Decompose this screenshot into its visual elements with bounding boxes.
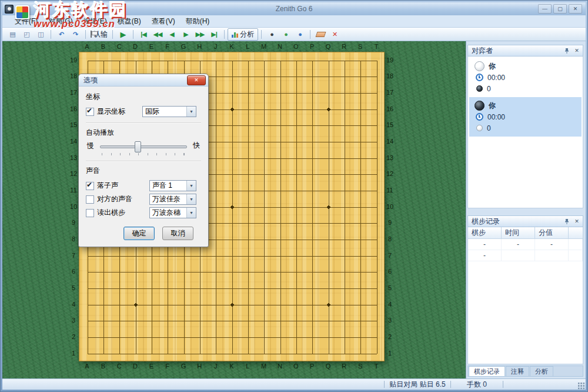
player-name: 你 <box>489 61 496 71</box>
undo-button[interactable]: ↶ <box>54 29 68 40</box>
row-label-1: 1 <box>68 350 79 357</box>
row-label-3: 3 <box>385 317 395 324</box>
rewind-icon: ◀◀ <box>153 31 162 38</box>
column-label-P: P <box>306 43 318 50</box>
table-cell-filler <box>569 250 583 261</box>
show-coordinates-checkbox[interactable] <box>86 108 94 116</box>
column-label-M: M <box>258 363 270 370</box>
main-area: ABCDEFGHJKLMNOPQRST ABCDEFGHJKLMNOPQRST … <box>2 41 586 378</box>
opponent-voice-select[interactable]: 万波佳奈▼ <box>149 194 196 205</box>
open-file-button[interactable]: ◰ <box>19 29 34 40</box>
delete-button[interactable]: ✕ <box>328 29 342 40</box>
tab-analysis[interactable]: 分析 <box>530 366 553 376</box>
moves-panel: 棋步记录 ✕ 棋步时间分值 ---- <box>467 215 583 364</box>
show-coordinates-label: 显示坐标 <box>97 107 125 117</box>
first-move-button[interactable]: |◀ <box>136 29 151 40</box>
black-stone-tool-button[interactable]: ● <box>265 29 279 40</box>
menu-item-game[interactable]: 对局(G) <box>43 15 78 28</box>
player-time: 00:00 <box>487 74 505 82</box>
table-cell <box>535 250 569 261</box>
column-header[interactable]: 棋步 <box>468 227 502 238</box>
dialog-title-bar[interactable]: 选项 ✕ <box>79 74 208 87</box>
row-label-14: 14 <box>68 138 79 145</box>
autoplay-speed-slider[interactable] <box>100 141 187 156</box>
stone-sound-select[interactable]: 声音 1▼ <box>149 180 196 191</box>
sidebar: 对弈者 ✕ 你00:000你00:000 棋步记录 ✕ <box>466 41 586 378</box>
last-move-button[interactable]: ▶| <box>207 29 221 40</box>
row-label-11: 11 <box>68 187 79 194</box>
panel-close-icon[interactable]: ✕ <box>573 218 580 225</box>
analyze-button[interactable]: 分析 <box>228 28 258 41</box>
menu-item-help[interactable]: 帮助(H) <box>181 15 215 28</box>
skip-to-end-icon: ▶| <box>211 31 217 38</box>
row-label-2: 2 <box>68 333 79 341</box>
new-board-button[interactable]: ▤ <box>5 29 19 40</box>
back-button[interactable]: ◀ <box>165 29 179 40</box>
table-row[interactable]: - <box>468 250 583 261</box>
black-stone-icon <box>475 101 485 111</box>
fast-back-button[interactable]: ◀◀ <box>151 29 165 40</box>
column-label-N: N <box>274 43 286 50</box>
coords-section-label: 坐标 <box>86 92 201 102</box>
minimize-button[interactable]: — <box>538 4 552 14</box>
folder-icon: ◰ <box>24 31 29 38</box>
menu-item-edit[interactable]: 编辑(E) <box>78 15 112 28</box>
green-circle-tool-button[interactable]: ● <box>279 29 293 40</box>
row-label-16: 16 <box>68 105 79 113</box>
read-moves-select[interactable]: 万波奈穗▼ <box>149 207 196 218</box>
clock-icon <box>476 74 483 81</box>
resign-button[interactable]: 认输 <box>89 29 109 40</box>
table-row[interactable]: --- <box>468 239 583 250</box>
pin-icon[interactable] <box>563 47 570 54</box>
row-label-1: 1 <box>385 350 395 357</box>
moves-panel-header: 棋步记录 ✕ <box>467 215 583 227</box>
save-file-button[interactable]: ◫ <box>34 29 48 40</box>
maximize-button[interactable]: ▢ <box>553 4 567 14</box>
column-header[interactable]: 分值 <box>535 227 569 238</box>
stone-sound-label: 落子声 <box>97 181 118 191</box>
stone-sound-checkbox[interactable] <box>86 182 94 190</box>
column-label-H: H <box>193 43 205 50</box>
cancel-button[interactable]: 取消 <box>162 227 193 240</box>
column-label-Q: Q <box>322 363 334 370</box>
menu-item-file[interactable]: 文件(F) <box>9 15 43 28</box>
tab-comments[interactable]: 注释 <box>506 366 529 376</box>
redo-button[interactable]: ↷ <box>68 29 82 40</box>
slider-thumb[interactable] <box>135 141 141 152</box>
fast-forward-button[interactable]: ▶▶ <box>193 29 207 40</box>
menu-item-view[interactable]: 查看(V) <box>146 15 181 28</box>
analyze-button-label: 分析 <box>240 29 254 39</box>
column-header[interactable]: 时间 <box>502 227 535 238</box>
resize-grip[interactable] <box>577 382 585 390</box>
title-bar[interactable]: Zenith Go 6 — ▢ ✕ <box>2 2 586 15</box>
divider <box>86 122 201 124</box>
row-label-6: 6 <box>68 268 79 275</box>
skip-to-start-icon: |◀ <box>141 31 146 38</box>
close-button[interactable]: ✕ <box>569 4 582 14</box>
blue-circle-tool-button[interactable]: ● <box>293 29 307 40</box>
eraser-button[interactable] <box>313 29 328 40</box>
forward-button[interactable]: ▶ <box>179 29 193 40</box>
slider-ticks <box>102 153 185 155</box>
play-button[interactable]: ▶ <box>116 29 130 40</box>
autoplay-section-label: 自动播放 <box>86 128 201 138</box>
ok-button[interactable]: 确定 <box>123 227 155 240</box>
player-time: 00:00 <box>487 113 505 121</box>
black-stone-icon: ● <box>270 31 273 38</box>
player-card[interactable]: 你00:000 <box>469 97 582 137</box>
read-moves-checkbox[interactable] <box>86 209 94 217</box>
dialog-close-button[interactable]: ✕ <box>187 75 206 85</box>
opponent-voice-checkbox[interactable] <box>86 195 94 204</box>
coordinate-style-select[interactable]: 国际 ▼ <box>142 106 196 117</box>
divider <box>86 161 201 162</box>
pin-icon[interactable] <box>563 218 570 225</box>
panel-close-icon[interactable]: ✕ <box>573 47 580 54</box>
menu-item-board[interactable]: 棋盘(B) <box>112 15 146 28</box>
opponent-voice-row: 对方的声音万波佳奈▼ <box>86 192 201 206</box>
forward-arrow-icon: ▶ <box>183 31 188 38</box>
moves-panel-title: 棋步记录 <box>472 217 560 227</box>
window-title: Zenith Go 6 <box>2 5 586 13</box>
player-card[interactable]: 你00:000 <box>469 58 582 97</box>
tab-moves[interactable]: 棋步记录 <box>469 366 505 376</box>
column-label-O: O <box>290 363 302 370</box>
